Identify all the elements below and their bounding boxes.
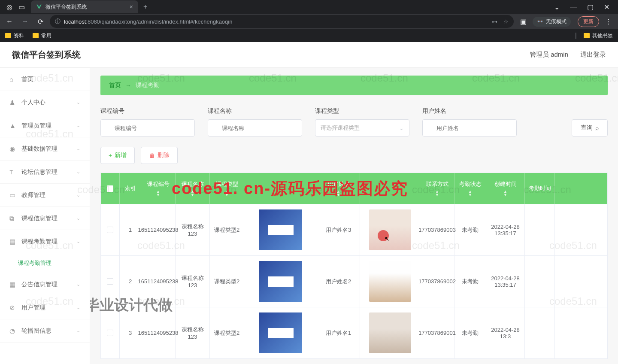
browser-chrome: ◎ ▭ 微信平台签到系统 × + ⌄ — ▢ ✕ ← → ⟳ ⓘ localho… — [0, 0, 618, 42]
star-icon[interactable]: ☆ — [503, 18, 509, 25]
new-tab-button[interactable]: + — [143, 3, 147, 11]
browser-menu-icon[interactable]: ◎ — [3, 3, 15, 11]
course-thumbnail[interactable] — [259, 312, 302, 353]
tab-title: 微信平台签到系统 — [45, 3, 87, 11]
user-avatar[interactable] — [369, 312, 411, 353]
sidebar-item-notice[interactable]: ▦公告信息管理⌄ — [0, 273, 90, 296]
key-icon[interactable]: ⊶ — [492, 18, 497, 25]
bookmark-bar: 资料 常用 │其他书签 — [0, 29, 618, 42]
table-row: 3 1651124095238 课程名称123 课程类型2 用户姓名1 1770… — [101, 307, 607, 358]
reload-button[interactable]: ⟳ — [34, 18, 46, 26]
cell-phone: 177037869002 — [420, 256, 454, 307]
bookmark-folder-2[interactable]: 常用 — [33, 32, 52, 39]
sidebar-item-forum[interactable]: ⍑论坛信息管理⌄ — [0, 161, 90, 184]
query-button[interactable]: 查询⌕ — [572, 119, 608, 136]
cell-status: 未考勤 — [454, 256, 486, 307]
delete-button[interactable]: 🗑删除 — [141, 147, 178, 164]
sort-icon[interactable]: ▲▼ — [225, 190, 229, 197]
admin-label[interactable]: 管理员 admin — [530, 51, 568, 59]
chevron-down-icon[interactable]: ⌄ — [554, 3, 560, 11]
user-avatar[interactable] — [369, 261, 411, 302]
sidebar-item-admin[interactable]: ▲管理员管理⌄ — [0, 114, 90, 137]
extensions-icon[interactable]: ▣ — [517, 18, 529, 26]
sort-icon[interactable]: ▲▼ — [468, 190, 472, 197]
sort-icon[interactable]: ▲▼ — [191, 190, 194, 197]
sort-icon[interactable]: ▲▼ — [435, 190, 439, 197]
pin-icon: ◉ — [9, 145, 17, 153]
info-icon: ⓘ — [55, 18, 61, 25]
select-all-checkbox[interactable] — [107, 185, 113, 192]
table-row: 1 1651124095238 课程名称123 课程类型2 用户姓名3 1770… — [101, 204, 607, 255]
sidebar-item-personal[interactable]: ♟个人中心⌄ — [0, 91, 90, 114]
breadcrumb-home[interactable]: 首页 — [109, 82, 121, 89]
close-icon[interactable]: × — [130, 3, 133, 10]
main-content: 首页 → 课程考勤 课程编号 ○ 课程名称 ○ 课程类型 请选择课程类型 — [90, 68, 618, 364]
app-title: 微信平台签到系统 — [12, 49, 81, 61]
folder-icon — [5, 33, 11, 38]
chevron-down-icon: ⌄ — [76, 328, 80, 334]
table-row: 2 1651124095238 课程名称123 课程类型2 用户姓名2 1770… — [101, 255, 607, 307]
sidebar-item-carousel[interactable]: ◔轮播图信息⌄ — [0, 319, 90, 343]
cell-name: 课程名称123 — [176, 307, 210, 358]
filter-code-label: 课程编号 — [100, 107, 195, 115]
cell-user: 用户姓名2 — [317, 256, 360, 307]
filter-name-input[interactable] — [208, 119, 302, 136]
address-bar[interactable]: ⓘ localhost :8080/qiandaoxitong/admin/di… — [50, 15, 514, 28]
filter-user-input[interactable] — [422, 119, 517, 136]
sidebar-item-home[interactable]: ⌂首页 — [0, 68, 90, 91]
chevron-down-icon: ⌄ — [76, 123, 80, 128]
filter-type-label: 课程类型 — [315, 107, 409, 115]
close-window-icon[interactable]: ✕ — [604, 3, 609, 11]
arrow-icon: → — [125, 82, 131, 89]
home-icon: ⌂ — [9, 76, 17, 83]
row-checkbox[interactable] — [107, 330, 113, 336]
update-button[interactable]: 更新 — [578, 16, 599, 27]
minimize-icon[interactable]: — — [570, 3, 577, 11]
row-checkbox[interactable] — [107, 278, 113, 285]
filter-user-label: 用户姓名 — [422, 107, 517, 115]
forward-button[interactable]: → — [19, 18, 31, 25]
row-checkbox[interactable] — [107, 227, 113, 233]
browser-window-icon[interactable]: ▭ — [15, 3, 27, 11]
back-button[interactable]: ← — [3, 18, 15, 25]
course-thumbnail[interactable] — [259, 261, 302, 302]
sidebar-item-teacher[interactable]: ▭教师管理⌄ — [0, 184, 90, 207]
cell-time: 2022-04-28 13:35:17 — [486, 256, 525, 307]
logout-button[interactable]: 退出登录 — [580, 51, 606, 59]
other-bookmarks[interactable]: │其他书签 — [575, 32, 613, 39]
cell-time2 — [525, 256, 555, 307]
chevron-down-icon: ⌄ — [76, 169, 80, 175]
search-icon: ⌕ — [595, 124, 599, 131]
sidebar-item-basedata[interactable]: ◉基础数据管理⌄ — [0, 137, 90, 161]
sort-icon[interactable]: ▲▼ — [156, 190, 160, 197]
sidebar-item-users[interactable]: ⊘用户管理⌄ — [0, 296, 90, 319]
folder-icon — [33, 33, 39, 38]
list-icon: ▤ — [9, 238, 17, 246]
chevron-down-icon: ⌄ — [76, 305, 80, 310]
cell-time2 — [525, 307, 555, 358]
breadcrumb: 首页 → 课程考勤 — [100, 76, 608, 95]
sort-icon[interactable]: ▲▼ — [336, 190, 340, 197]
sort-icon[interactable]: ▲▼ — [503, 190, 507, 197]
browser-tab[interactable]: 微信平台签到系统 × — [31, 0, 138, 13]
sidebar-item-course[interactable]: ⧉课程信息管理⌄ — [0, 207, 90, 230]
course-thumbnail[interactable] — [259, 209, 302, 250]
maximize-icon[interactable]: ▢ — [587, 3, 594, 11]
cell-phone: 177037869003 — [420, 204, 454, 255]
block-icon: ⊘ — [9, 304, 17, 312]
cell-code: 1651124095238 — [141, 307, 176, 358]
user-avatar[interactable] — [369, 209, 411, 250]
menu-icon[interactable]: ⋮ — [603, 18, 615, 26]
bookmark-folder-1[interactable]: 资料 — [5, 32, 24, 39]
filter-code-input[interactable] — [100, 119, 195, 136]
sidebar-item-attendance[interactable]: ▤课程考勤管理⌄ — [0, 230, 90, 253]
add-button[interactable]: +新增 — [100, 147, 135, 164]
sidebar: ⌂首页 ♟个人中心⌄ ▲管理员管理⌄ ◉基础数据管理⌄ ⍑论坛信息管理⌄ ▭教师… — [0, 68, 90, 364]
chevron-down-icon: ⌄ — [76, 215, 80, 221]
sidebar-subitem-attendance[interactable]: 课程考勤管理 — [0, 253, 90, 273]
cell-type: 课程类型2 — [210, 204, 244, 255]
filter-name-label: 课程名称 — [208, 107, 302, 115]
filter-type-select[interactable]: 请选择课程类型 — [315, 119, 409, 136]
cell-code: 1651124095238 — [141, 204, 176, 255]
url-host: localhost — [64, 18, 86, 25]
